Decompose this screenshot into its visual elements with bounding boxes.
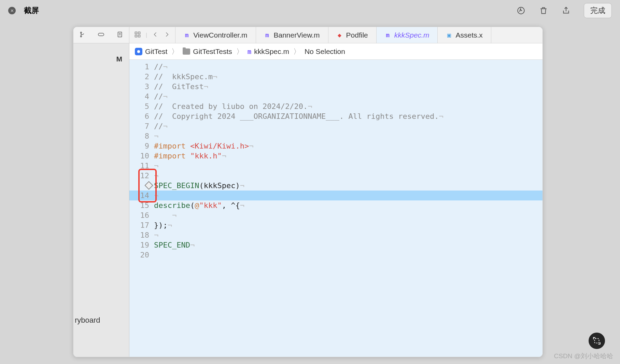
line-number[interactable]: 8 (129, 131, 154, 141)
editor-tools: | (129, 27, 175, 43)
watermark: CSDN @刘小哈哈哈 (554, 352, 613, 361)
svg-rect-9 (595, 339, 599, 343)
close-icon[interactable]: ✕ (8, 7, 16, 14)
tab-label: Assets.x (455, 31, 482, 39)
crumb-project[interactable]: GitTest (145, 47, 167, 56)
tab-viewcontroller-m[interactable]: mViewController.m (175, 27, 256, 43)
m-file-icon: m (264, 32, 270, 38)
code-line[interactable]: describe(@"kkk", ^{¬ (154, 200, 542, 210)
tab-label: Podfile (346, 31, 368, 39)
related-items-icon[interactable] (134, 31, 141, 39)
code-line[interactable]: ¬ (154, 131, 542, 141)
code-line[interactable]: // GitTest¬ (154, 82, 542, 92)
code-line[interactable]: //¬ (154, 62, 542, 72)
line-number[interactable]: 16 (129, 210, 154, 220)
code-line[interactable]: //¬ (154, 121, 542, 131)
code-line[interactable]: SPEC_END¬ (154, 240, 542, 250)
ruby-file-icon: ◆ (337, 32, 343, 38)
code-line[interactable] (154, 250, 542, 260)
code-line[interactable]: ¬ (154, 161, 542, 171)
line-number[interactable]: 9 (129, 141, 154, 151)
code-line[interactable]: });¬ (154, 220, 542, 230)
doc-icon[interactable] (116, 31, 124, 40)
line-number[interactable]: 13 (129, 181, 154, 191)
screenshot-toolbar: ✕ 截屏 完成 (0, 0, 620, 21)
line-number[interactable]: 7 (129, 121, 154, 131)
crumb-selection[interactable]: No Selection (305, 47, 345, 56)
line-number[interactable]: 1 (129, 62, 154, 72)
m-file-icon: m (184, 32, 190, 38)
tab-podfile[interactable]: ◆Podfile (328, 27, 377, 43)
code-line[interactable]: SPEC_BEGIN(kkkSpec)¬ (154, 181, 542, 191)
code-line[interactable]: ¬ (154, 171, 542, 181)
sidebar-item-fragment[interactable]: ryboard (75, 316, 100, 325)
nav-forward-icon[interactable] (164, 31, 170, 39)
tag-icon[interactable] (97, 31, 105, 40)
editor-main: | mViewController.mmBannerView.m◆Podfile… (129, 27, 542, 357)
line-number[interactable]: 3 (129, 82, 154, 92)
line-number[interactable]: 14 (129, 191, 154, 200)
done-button[interactable]: 完成 (584, 3, 612, 18)
code-line[interactable]: //¬ (154, 92, 542, 101)
code-line[interactable]: ¬ (154, 191, 542, 200)
svg-rect-7 (135, 35, 137, 37)
svg-rect-5 (135, 32, 137, 34)
crumb-file[interactable]: kkkSpec.m (254, 47, 289, 56)
line-number[interactable]: 17 (129, 220, 154, 230)
line-number[interactable]: 12 (129, 171, 154, 181)
svg-rect-8 (138, 35, 140, 37)
m-file-icon: m (385, 32, 391, 38)
code-line[interactable]: // kkkSpec.m¬ (154, 72, 542, 82)
line-gutter[interactable]: 1234567891011121314151617181920 (129, 60, 154, 357)
breadcrumb[interactable]: GitTest〉 GitTestTests〉 mkkkSpec.m〉 No Se… (129, 43, 542, 60)
trash-icon[interactable] (539, 6, 548, 15)
line-number[interactable]: 18 (129, 230, 154, 240)
tab-kkkspec-m[interactable]: mkkkSpec.m (377, 27, 438, 43)
navigator-tabs[interactable] (73, 27, 129, 43)
nav-back-icon[interactable] (152, 31, 159, 39)
svg-point-1 (81, 32, 82, 33)
line-number[interactable]: 15 (129, 200, 154, 210)
code-line[interactable]: ¬ (154, 230, 542, 240)
code-editor[interactable]: 1234567891011121314151617181920 //¬// kk… (129, 60, 542, 357)
source-control-icon[interactable] (79, 31, 86, 40)
code-line[interactable]: // Copyright 2024 ___ORGANIZATIONNAME___… (154, 111, 542, 121)
tab-label: ViewController.m (193, 31, 247, 39)
line-number[interactable]: 11 (129, 161, 154, 171)
tab-label: kkkSpec.m (394, 31, 429, 39)
project-icon (135, 48, 142, 55)
svg-point-2 (81, 36, 82, 37)
share-icon[interactable] (561, 6, 571, 15)
svg-rect-3 (98, 33, 104, 36)
code-line[interactable]: // Created by liubo on 2024/2/20.¬ (154, 101, 542, 111)
app-title: 截屏 (24, 5, 39, 16)
tab-label: BannerView.m (274, 31, 320, 39)
m-file-icon: m (248, 48, 251, 55)
folder-icon (183, 48, 190, 55)
crop-button[interactable] (589, 333, 605, 349)
crumb-group[interactable]: GitTestTests (193, 47, 232, 56)
line-number[interactable]: 4 (129, 92, 154, 101)
tab-bannerview-m[interactable]: mBannerView.m (256, 27, 328, 43)
svg-rect-4 (118, 32, 122, 37)
markup-icon[interactable] (516, 6, 526, 15)
test-diamond-icon[interactable] (144, 181, 153, 190)
svg-rect-6 (138, 32, 140, 34)
line-number[interactable]: 5 (129, 101, 154, 111)
asset-file-icon: ▣ (446, 32, 452, 38)
navigator-sidebar: M ryboard (73, 27, 129, 357)
code-line[interactable]: #import "kkk.h"¬ (154, 151, 542, 161)
xcode-window: M ryboard | mViewController.mmBannerView… (73, 27, 543, 357)
modified-badge: M (116, 55, 123, 63)
line-number[interactable]: 6 (129, 111, 154, 121)
line-number[interactable]: 19 (129, 240, 154, 250)
tab-assets-x[interactable]: ▣Assets.x (438, 27, 491, 43)
line-number[interactable]: 10 (129, 151, 154, 161)
line-number[interactable]: 20 (129, 250, 154, 260)
editor-tab-bar: | mViewController.mmBannerView.m◆Podfile… (129, 27, 542, 43)
code-content[interactable]: //¬// kkkSpec.m¬// GitTest¬//¬// Created… (154, 60, 542, 357)
code-line[interactable]: ¬ (154, 210, 542, 220)
code-line[interactable]: #import <Kiwi/Kiwi.h>¬ (154, 141, 542, 151)
line-number[interactable]: 2 (129, 72, 154, 82)
